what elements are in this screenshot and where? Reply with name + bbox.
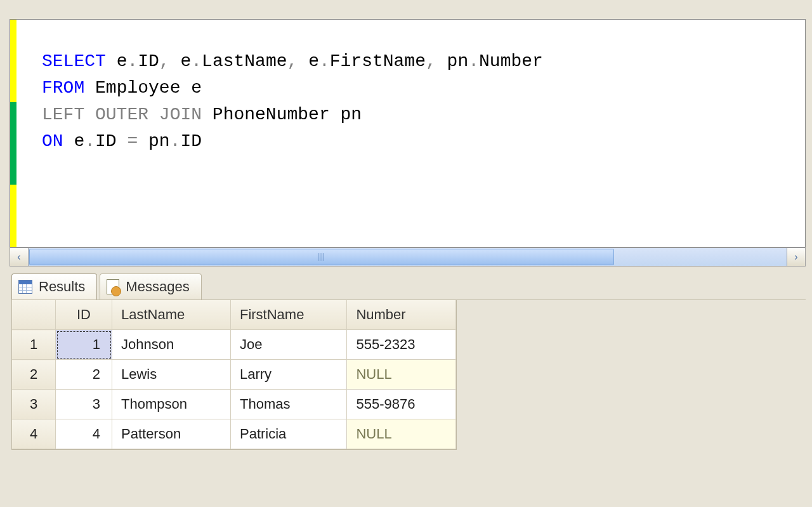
- results-grid[interactable]: ID LastName FirstName Number 11JohnsonJo…: [11, 300, 457, 450]
- sql-token: e: [106, 51, 128, 71]
- sql-token: Employee e: [84, 78, 202, 98]
- scroll-track[interactable]: [29, 248, 787, 266]
- table-row[interactable]: 44PattersonPatriciaNULL: [12, 419, 456, 449]
- row-number[interactable]: 2: [12, 360, 56, 390]
- cell-firstname[interactable]: Thomas: [230, 390, 346, 419]
- table-row[interactable]: 22LewisLarryNULL: [12, 360, 456, 390]
- sql-token: .: [468, 51, 479, 71]
- col-header[interactable]: FirstName: [230, 300, 346, 330]
- cell-id[interactable]: 4: [56, 419, 112, 449]
- cell-id[interactable]: 2: [56, 360, 112, 390]
- scroll-thumb[interactable]: [29, 249, 614, 265]
- cell-number[interactable]: 555-2323: [347, 330, 456, 360]
- tab-messages[interactable]: Messages: [100, 273, 201, 300]
- document-icon: [107, 279, 119, 294]
- row-number[interactable]: 1: [12, 330, 56, 360]
- col-header[interactable]: Number: [347, 300, 456, 330]
- cell-number[interactable]: NULL: [347, 360, 456, 390]
- cell-id[interactable]: 3: [56, 390, 112, 419]
- table-row[interactable]: 11JohnsonJoe555-2323: [12, 330, 456, 360]
- cell-lastname[interactable]: Lewis: [112, 360, 231, 390]
- tab-results-label: Results: [39, 279, 85, 295]
- sql-token: SELECT: [42, 51, 106, 71]
- sql-token: LEFT OUTER JOIN: [42, 105, 202, 124]
- sql-token: LastName: [202, 51, 287, 71]
- sql-token: ,: [426, 51, 436, 71]
- cell-id[interactable]: 1: [56, 330, 112, 360]
- sql-token: ,: [287, 51, 298, 71]
- sql-token: ID: [138, 51, 159, 71]
- ssms-window: SELECT e.ID, e.LastName, e.FirstName, pn…: [0, 0, 812, 507]
- result-tabs: Results Messages: [11, 272, 806, 300]
- sql-token: .: [319, 51, 330, 71]
- sql-token: Number: [479, 51, 543, 71]
- sql-token: ID: [95, 131, 127, 151]
- sql-token: ON: [42, 131, 63, 151]
- sql-token: ,: [159, 51, 170, 71]
- grid-icon: [18, 280, 32, 294]
- sql-token: .: [84, 131, 95, 151]
- scroll-left-button[interactable]: ‹: [10, 248, 29, 266]
- sql-code[interactable]: SELECT e.ID, e.LastName, e.FirstName, pn…: [16, 20, 805, 247]
- cell-firstname[interactable]: Joe: [230, 330, 346, 360]
- editor-hscrollbar[interactable]: ‹ ›: [10, 247, 806, 267]
- col-header[interactable]: LastName: [112, 300, 231, 330]
- tab-results[interactable]: Results: [11, 273, 97, 300]
- change-marker: [10, 102, 16, 185]
- cell-lastname[interactable]: Thompson: [112, 390, 231, 419]
- sql-token: e: [298, 51, 319, 71]
- sql-token: pn: [436, 51, 468, 71]
- sql-token: =: [127, 131, 138, 151]
- cell-firstname[interactable]: Patricia: [230, 419, 346, 449]
- cell-lastname[interactable]: Patterson: [112, 419, 231, 449]
- sql-token: e: [63, 131, 85, 151]
- rownum-header[interactable]: [12, 300, 56, 330]
- cell-lastname[interactable]: Johnson: [112, 330, 231, 360]
- cell-number[interactable]: 555-9876: [347, 390, 456, 419]
- sql-token: .: [191, 51, 202, 71]
- sql-token: .: [170, 131, 181, 151]
- sql-token: FirstName: [330, 51, 426, 71]
- editor-gutter: [10, 20, 16, 247]
- sql-token: ID: [181, 131, 202, 151]
- row-number[interactable]: 3: [12, 390, 56, 419]
- sql-token: e: [170, 51, 192, 71]
- scroll-right-button[interactable]: ›: [787, 248, 805, 266]
- row-number[interactable]: 4: [12, 419, 56, 449]
- sql-token: pn: [138, 131, 169, 151]
- col-header[interactable]: ID: [56, 300, 112, 330]
- sql-token: .: [127, 51, 138, 71]
- sql-token: FROM: [42, 78, 84, 98]
- tab-messages-label: Messages: [126, 279, 189, 295]
- header-row: ID LastName FirstName Number: [12, 300, 456, 330]
- sql-token: PhoneNumber pn: [202, 105, 362, 124]
- sql-editor[interactable]: SELECT e.ID, e.LastName, e.FirstName, pn…: [10, 19, 806, 247]
- cell-firstname[interactable]: Larry: [230, 360, 346, 390]
- cell-number[interactable]: NULL: [347, 419, 456, 449]
- table-row[interactable]: 33ThompsonThomas555-9876: [12, 390, 456, 419]
